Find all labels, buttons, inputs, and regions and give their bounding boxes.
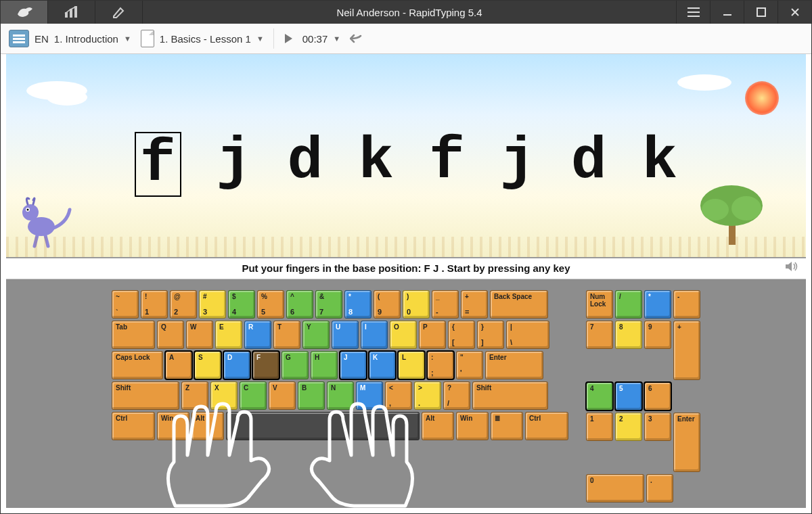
key--[interactable]: }]: [477, 321, 504, 349]
key-g[interactable]: G: [281, 351, 309, 379]
play-button[interactable]: [284, 33, 293, 44]
mode-lesson-button[interactable]: [1, 1, 48, 24]
key--[interactable]: |\: [506, 321, 549, 349]
key-shift[interactable]: Shift: [472, 381, 548, 410]
key-3[interactable]: 3: [644, 413, 671, 441]
key-space[interactable]: [226, 412, 420, 440]
key--[interactable]: _-: [432, 290, 459, 319]
key--[interactable]: "': [456, 351, 483, 379]
key--[interactable]: %5: [257, 290, 284, 319]
key--[interactable]: *: [644, 290, 671, 319]
key-b[interactable]: B: [298, 381, 325, 410]
key-v[interactable]: V: [269, 381, 296, 410]
key--[interactable]: #3: [199, 290, 226, 319]
key--[interactable]: *8: [344, 290, 371, 319]
key-t[interactable]: T: [273, 321, 300, 349]
svg-point-5: [22, 204, 39, 220]
key--[interactable]: .: [646, 474, 673, 503]
maximize-icon: [757, 7, 766, 17]
minimize-button[interactable]: [710, 1, 744, 24]
key-u[interactable]: U: [332, 321, 359, 349]
key-j[interactable]: J: [340, 351, 367, 379]
undo-button[interactable]: [350, 33, 363, 44]
sun-decoration: [745, 81, 779, 115]
key--[interactable]: :;: [427, 351, 454, 379]
key-6[interactable]: 6: [644, 382, 671, 411]
key--[interactable]: !1: [141, 290, 168, 319]
mode-stats-button[interactable]: [48, 1, 95, 24]
close-button[interactable]: [777, 1, 811, 24]
key-back-space[interactable]: Back Space: [490, 290, 548, 319]
key--[interactable]: @2: [170, 290, 197, 319]
key--[interactable]: &7: [315, 290, 342, 319]
key-9[interactable]: 9: [644, 321, 671, 349]
key--[interactable]: {[: [448, 321, 475, 349]
key--[interactable]: ?/: [443, 381, 470, 410]
key-i[interactable]: I: [361, 321, 388, 349]
key-m[interactable]: M: [356, 381, 383, 410]
key-win[interactable]: Win: [157, 412, 189, 440]
menu-button[interactable]: [676, 1, 710, 24]
key-tab[interactable]: Tab: [112, 321, 155, 349]
key-k[interactable]: K: [369, 351, 396, 379]
key-d[interactable]: D: [223, 351, 250, 379]
key-5[interactable]: 5: [615, 382, 642, 411]
key-l[interactable]: L: [398, 351, 425, 379]
time-select[interactable]: 00:37 ▼: [302, 33, 340, 45]
key-n[interactable]: N: [327, 381, 354, 410]
key--[interactable]: ~`: [112, 290, 139, 319]
key--[interactable]: (9: [374, 290, 401, 319]
key-z[interactable]: Z: [181, 381, 208, 410]
key-c[interactable]: C: [240, 381, 267, 410]
key--[interactable]: )0: [403, 290, 430, 319]
key--[interactable]: <,: [385, 381, 412, 410]
key-ctrl[interactable]: Ctrl: [525, 412, 568, 440]
key-7[interactable]: 7: [586, 321, 613, 349]
keyboard-panel: ~`!1@2#3$4%5^6&7*8(9)0_-+=Back SpaceTabQ…: [6, 279, 806, 508]
key-4[interactable]: 4: [586, 382, 613, 411]
key-2[interactable]: 2: [615, 413, 642, 441]
key-0[interactable]: 0: [586, 474, 644, 503]
key--[interactable]: $4: [228, 290, 255, 319]
key-r[interactable]: R: [244, 321, 271, 349]
numpad-row: 456: [586, 382, 700, 411]
lesson-select[interactable]: 1. Basics - Lesson 1 ▼: [141, 30, 264, 47]
key-w[interactable]: W: [186, 321, 213, 349]
key-e[interactable]: E: [215, 321, 242, 349]
key-enter[interactable]: Enter: [485, 351, 543, 379]
hamburger-icon: [687, 7, 700, 17]
key-num-lock[interactable]: Num Lock: [586, 290, 613, 319]
key-enter[interactable]: Enter: [673, 413, 700, 472]
key-caps-lock[interactable]: Caps Lock: [112, 351, 163, 379]
key-f[interactable]: F: [252, 351, 279, 379]
speaker-button[interactable]: [784, 260, 799, 276]
key--[interactable]: >.: [414, 381, 441, 410]
key-p[interactable]: P: [419, 321, 446, 349]
chevron-down-icon: ▼: [124, 34, 131, 43]
key-a[interactable]: A: [165, 351, 192, 379]
maximize-button[interactable]: [744, 1, 777, 24]
key-shift[interactable]: Shift: [112, 381, 179, 410]
key--[interactable]: -: [673, 290, 700, 319]
key--[interactable]: ^6: [286, 290, 313, 319]
key-s[interactable]: S: [194, 351, 221, 379]
bar-chart-icon: [64, 5, 80, 19]
course-select[interactable]: EN 1. Introduction ▼: [9, 30, 131, 47]
key-ctrl[interactable]: Ctrl: [112, 412, 155, 440]
key--[interactable]: +: [673, 321, 700, 380]
key-8[interactable]: 8: [615, 321, 642, 349]
key--[interactable]: /: [615, 290, 642, 319]
svg-point-10: [702, 199, 729, 220]
key-win[interactable]: Win: [456, 412, 489, 440]
key-alt[interactable]: Alt: [422, 412, 454, 440]
key-o[interactable]: O: [390, 321, 417, 349]
key-alt[interactable]: Alt: [191, 412, 224, 440]
key-1[interactable]: 1: [586, 413, 613, 441]
key--[interactable]: ≣: [491, 412, 523, 440]
key-x[interactable]: X: [210, 381, 238, 410]
mode-editor-button[interactable]: [95, 1, 143, 24]
key-y[interactable]: Y: [302, 321, 330, 349]
key--[interactable]: +=: [461, 290, 488, 319]
key-q[interactable]: Q: [157, 321, 184, 349]
key-h[interactable]: H: [311, 351, 338, 379]
